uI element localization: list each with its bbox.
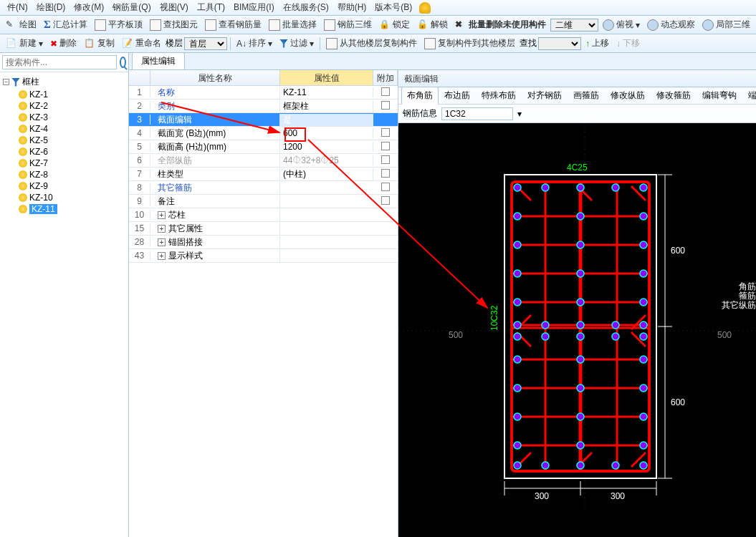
prop-row-28[interactable]: 28+锚固搭接 [129, 236, 398, 249]
attach-checkbox[interactable] [381, 101, 390, 110]
floor-select[interactable]: 首层 [184, 37, 227, 50]
prop-row-6[interactable]: 6全部纵筋44⏀32+8⏀25 [129, 154, 398, 168]
tab-mod-stirrup[interactable]: 修改箍筋 [651, 87, 697, 105]
batch-del-button[interactable]: ✖批量删除未使用构件 [452, 18, 549, 32]
collapse-icon[interactable]: − [3, 79, 9, 85]
tab-special-bar[interactable]: 特殊布筋 [476, 87, 522, 105]
search-icon[interactable] [120, 57, 126, 68]
sort-button[interactable]: A↓排序 ▾ [234, 37, 275, 50]
tab-mod-long[interactable]: 修改纵筋 [605, 87, 651, 105]
section-canvas[interactable]: 500 500 [398, 123, 756, 537]
menu-tools[interactable]: 工具(T) [193, 0, 229, 15]
expand-icon[interactable]: + [158, 252, 166, 260]
rebar3d-button[interactable]: 钢筋三维 [321, 18, 375, 32]
prop-row-43[interactable]: 43+显示样式 [129, 249, 398, 263]
sum-button[interactable]: Σ汇总计算 [41, 18, 90, 32]
draw-button[interactable]: ✎绘图 [3, 18, 39, 32]
lock-button[interactable]: 🔒锁定 [376, 18, 413, 32]
expand-icon[interactable]: + [158, 211, 166, 219]
copy-to-button[interactable]: 复制构件到其他楼层 [421, 37, 518, 50]
flat-top-button[interactable]: 平齐板顶 [92, 18, 145, 32]
find-select[interactable] [538, 37, 581, 50]
dropdown-icon[interactable]: ▾ [517, 109, 522, 119]
svg-text:10C32: 10C32 [489, 305, 499, 331]
tree-item-kz-8[interactable]: KZ-8 [1, 169, 127, 180]
tab-align-bar[interactable]: 对齐钢筋 [522, 87, 568, 105]
unlock-button[interactable]: 🔓解锁 [414, 18, 451, 32]
expand-icon[interactable]: + [158, 238, 166, 246]
tab-edge-bar[interactable]: 布边筋 [439, 87, 476, 105]
view-mode-select[interactable]: 二维 [550, 19, 598, 32]
x-icon: ✖ [50, 39, 57, 49]
rename-button[interactable]: 📝重命名 [119, 37, 164, 50]
tab-property-edit[interactable]: 属性编辑 [132, 52, 185, 69]
local3d-icon [702, 19, 714, 31]
menu-rebar[interactable]: 钢筋量(Q) [108, 0, 155, 15]
tree-item-kz-10[interactable]: KZ-10 [1, 192, 127, 203]
tree-item-kz-9[interactable]: KZ-9 [1, 180, 127, 192]
attach-checkbox[interactable] [381, 196, 390, 205]
menu-version[interactable]: 版本号(B) [370, 0, 416, 15]
find-elem-button[interactable]: 查找图元 [147, 18, 201, 32]
tree-root[interactable]: − 框柱 [1, 75, 127, 89]
new-button[interactable]: 📄新建 ▾ [3, 37, 46, 50]
filter-button[interactable]: 过滤 ▾ [277, 37, 317, 50]
attach-checkbox[interactable] [381, 128, 390, 137]
tab-corner-bar[interactable]: 布角筋 [401, 87, 439, 105]
helmet-icon [419, 2, 431, 14]
prop-row-2[interactable]: 2类别框架柱 [129, 100, 398, 113]
tree-item-kz-6[interactable]: KZ-6 [1, 146, 127, 158]
tree-item-kz-11[interactable]: KZ-11 [1, 203, 127, 215]
local3d-button[interactable]: 局部三维 [699, 18, 753, 32]
menu-modify[interactable]: 修改(M) [70, 0, 108, 15]
prop-row-9[interactable]: 9备注 [129, 195, 398, 208]
menu-bim[interactable]: BIM应用(I) [229, 0, 279, 15]
prop-row-10[interactable]: 10+芯柱 [129, 208, 398, 222]
menu-draw[interactable]: 绘图(D) [32, 0, 70, 15]
tree-item-kz-4[interactable]: KZ-4 [1, 123, 127, 135]
tree-item-kz-1[interactable]: KZ-1 [1, 89, 127, 100]
svg-point-70 [640, 442, 647, 449]
svg-point-67 [640, 413, 647, 420]
menu-help[interactable]: 帮助(H) [333, 0, 371, 15]
svg-text:500: 500 [717, 330, 732, 340]
dyn-view-button[interactable]: 动态观察 [644, 18, 698, 32]
menu-online[interactable]: 在线服务(S) [279, 0, 333, 15]
tree-item-kz-2[interactable]: KZ-2 [1, 100, 127, 112]
tree-item-kz-7[interactable]: KZ-7 [1, 158, 127, 169]
delete-button[interactable]: ✖删除 [47, 37, 80, 50]
prop-row-5[interactable]: 5截面高 (H边)(mm)1200 [129, 140, 398, 154]
prop-row-15[interactable]: 15+其它属性 [129, 222, 398, 236]
check-rebar-button[interactable]: 查看钢筋量 [202, 18, 264, 32]
attach-checkbox[interactable] [381, 87, 390, 96]
prop-row-8[interactable]: 8其它箍筋 [129, 181, 398, 195]
expand-icon[interactable]: + [158, 225, 166, 233]
rebar-info-input[interactable] [441, 107, 513, 120]
svg-point-34 [577, 184, 584, 191]
down-icon: ↓ [616, 39, 621, 49]
tree-item-kz-3[interactable]: KZ-3 [1, 112, 127, 123]
tree-item-kz-5[interactable]: KZ-5 [1, 135, 127, 146]
move-up-button[interactable]: ↑上移 [583, 37, 612, 50]
copy-from-button[interactable]: 从其他楼层复制构件 [323, 37, 420, 50]
move-down-button[interactable]: ↓下移 [613, 37, 643, 50]
tab-end-info[interactable]: 端头信 [742, 87, 756, 105]
menu-view[interactable]: 视图(V) [155, 0, 193, 15]
batch-sel-button[interactable]: 批量选择 [266, 18, 320, 32]
prop-row-1[interactable]: 1名称KZ-11 [129, 86, 398, 100]
attach-checkbox[interactable] [381, 169, 390, 178]
prop-row-3[interactable]: 3截面编辑是 [129, 113, 398, 127]
menu-file[interactable]: 件(N) [3, 0, 32, 15]
tab-edit-hook[interactable]: 编辑弯钩 [697, 87, 742, 105]
svg-point-37 [514, 213, 521, 220]
search-input[interactable] [2, 55, 117, 69]
prop-row-4[interactable]: 4截面宽 (B边)(mm)600 [129, 127, 398, 140]
copy-button[interactable]: 📋复制 [81, 37, 118, 50]
attach-checkbox[interactable] [381, 142, 390, 150]
top-view-button[interactable]: 俯视 ▾ [600, 18, 643, 32]
prop-row-7[interactable]: 7柱类型(中柱) [129, 168, 398, 181]
sort-icon: A↓ [236, 39, 247, 49]
attach-checkbox[interactable] [381, 183, 390, 191]
attach-checkbox[interactable] [381, 155, 390, 164]
tab-draw-stirrup[interactable]: 画箍筋 [568, 87, 605, 105]
